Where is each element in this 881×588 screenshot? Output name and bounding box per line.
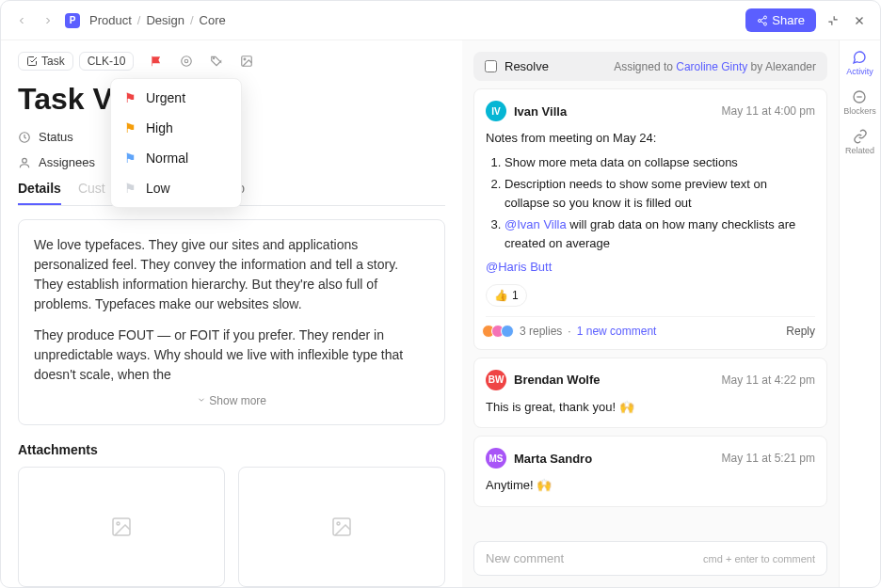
comment-card: IV Ivan Villa May 11 at 4:00 pm Notes fr…	[473, 88, 827, 350]
main-content: Task CLK-10 ⚑Urgent ⚑High ⚑Normal ⚑Low T…	[1, 40, 462, 587]
svg-point-11	[244, 58, 246, 60]
resolve-label: Resolve	[505, 59, 549, 73]
assignee-link[interactable]: Caroline Ginty	[676, 60, 747, 73]
app-header: P Product / Design / Core Share	[1, 1, 880, 40]
resolve-checkbox[interactable]	[485, 60, 497, 72]
assigned-to-text: Assigned to Caroline Ginty by Alexander	[614, 60, 816, 73]
reaction-chip[interactable]: 👍1	[486, 284, 527, 307]
attachments-heading: Attachments	[18, 442, 445, 457]
svg-point-2	[764, 23, 767, 25]
nav-forward-button[interactable]	[39, 11, 57, 30]
close-icon[interactable]	[850, 11, 869, 30]
task-type-chip[interactable]: Task	[18, 52, 73, 71]
image-icon[interactable]	[237, 52, 256, 71]
comment-body: This is great, thank you! 🙌	[486, 398, 815, 417]
collapse-icon[interactable]	[824, 11, 842, 30]
svg-point-15	[117, 522, 120, 525]
nav-back-button[interactable]	[12, 11, 31, 30]
svg-point-17	[337, 522, 340, 525]
priority-option-low[interactable]: ⚑Low	[111, 173, 241, 203]
priority-option-high[interactable]: ⚑High	[111, 113, 241, 143]
status-icon	[18, 131, 31, 144]
rail-related[interactable]: Related	[845, 129, 874, 155]
reply-avatars	[486, 325, 514, 338]
mention-link[interactable]: @Ivan Villa	[505, 217, 567, 231]
svg-line-4	[761, 21, 764, 23]
flag-icon: ⚑	[124, 90, 136, 105]
comment-author[interactable]: Marta Sandro	[514, 452, 592, 466]
task-id-chip[interactable]: CLK-10	[79, 52, 135, 71]
flag-icon: ⚑	[124, 120, 136, 135]
attachment-placeholder[interactable]	[18, 467, 225, 587]
rail-blockers[interactable]: Blockers	[843, 89, 876, 116]
link-icon	[853, 129, 868, 144]
breadcrumb-item[interactable]: Design	[146, 13, 184, 27]
breadcrumb-item[interactable]: Core	[200, 13, 226, 27]
svg-point-1	[759, 19, 761, 22]
mention-link[interactable]: @Haris Butt	[486, 260, 552, 274]
comment-icon	[852, 50, 867, 65]
attachment-placeholder[interactable]	[238, 467, 445, 587]
replies-count[interactable]: 3 replies	[520, 325, 562, 338]
svg-line-3	[761, 18, 764, 20]
tab-custom[interactable]: Cust	[78, 181, 105, 205]
resolve-bar: Resolve Assigned to Caroline Ginty by Al…	[473, 52, 827, 81]
comment-body: Notes from meeting on May 24: Show more …	[486, 129, 815, 307]
breadcrumb-item[interactable]: Product	[89, 13, 132, 27]
blocker-icon	[852, 89, 867, 104]
reply-button[interactable]: Reply	[786, 325, 815, 338]
task-toolbar: Task CLK-10	[18, 52, 445, 71]
comment-card: BW Brendan Wolfe May 11 at 4:22 pm This …	[473, 358, 827, 429]
comment-body: Anytime! 🙌	[486, 476, 815, 495]
share-label: Share	[772, 13, 805, 27]
priority-flag-icon[interactable]	[147, 52, 166, 71]
breadcrumb[interactable]: P Product / Design / Core	[65, 13, 226, 28]
svg-point-9	[214, 58, 215, 59]
person-icon	[18, 156, 31, 169]
svg-point-0	[764, 16, 767, 19]
priority-dropdown: ⚑Urgent ⚑High ⚑Normal ⚑Low	[110, 78, 242, 208]
description-paragraph: We love typefaces. They give our sites a…	[34, 235, 429, 314]
avatar: MS	[486, 448, 506, 469]
priority-option-normal[interactable]: ⚑Normal	[111, 143, 241, 173]
rail-activity[interactable]: Activity	[846, 50, 873, 76]
comment-author[interactable]: Brendan Wolfe	[514, 373, 601, 387]
keyboard-hint: cmd + enter to comment	[703, 553, 815, 564]
project-badge-icon: P	[65, 13, 80, 28]
tab-details[interactable]: Details	[18, 181, 61, 205]
comment-time: May 11 at 4:00 pm	[722, 104, 815, 118]
new-comment-input[interactable]: New comment cmd + enter to comment	[473, 541, 827, 576]
priority-option-urgent[interactable]: ⚑Urgent	[111, 83, 241, 113]
activity-pane: Resolve Assigned to Caroline Ginty by Al…	[462, 40, 839, 587]
svg-point-13	[23, 158, 27, 163]
avatar: IV	[486, 101, 506, 121]
description-paragraph: They produce FOUT — or FOIT if you prefe…	[34, 326, 429, 385]
share-button[interactable]: Share	[745, 8, 816, 32]
comment-author[interactable]: Ivan Villa	[514, 104, 567, 119]
comment-time: May 11 at 4:22 pm	[722, 373, 815, 387]
tag-icon[interactable]	[207, 52, 226, 71]
settings-icon[interactable]	[177, 52, 196, 71]
flag-icon: ⚑	[124, 181, 136, 196]
show-more-button[interactable]: Show more	[34, 392, 429, 409]
svg-point-8	[182, 56, 192, 67]
comment-time: May 11 at 5:21 pm	[722, 452, 815, 465]
flag-icon: ⚑	[124, 151, 136, 166]
svg-point-7	[185, 59, 189, 63]
comment-card: MS Marta Sandro May 11 at 5:21 pm Anytim…	[473, 436, 827, 507]
side-rail: Activity Blockers Related	[839, 40, 880, 587]
description-box[interactable]: We love typefaces. They give our sites a…	[18, 219, 445, 425]
avatar: BW	[486, 370, 506, 390]
new-comment-badge[interactable]: 1 new comment	[577, 325, 657, 338]
